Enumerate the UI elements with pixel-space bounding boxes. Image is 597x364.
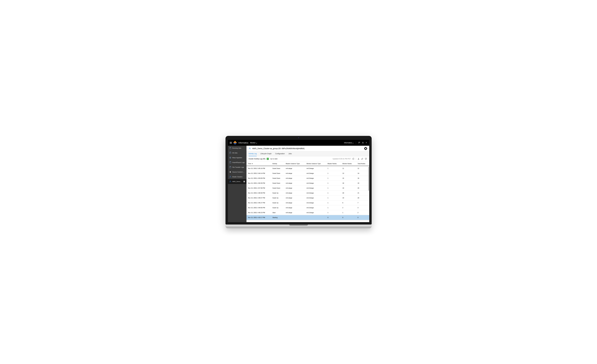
svg-rect-10 <box>230 167 231 168</box>
column-header-time[interactable]: Time <box>246 161 271 166</box>
flag-icon[interactable] <box>358 142 361 144</box>
table-cell: 0 <box>326 215 341 220</box>
sidebar-item-import-export-logs[interactable]: Import/Export Logs <box>228 160 246 165</box>
svg-point-26 <box>249 148 250 149</box>
column-header-worker-instance-type[interactable]: Worker Instance Type <box>305 161 326 166</box>
svg-line-28 <box>249 149 250 149</box>
scrollbar[interactable] <box>368 161 369 222</box>
refresh-icon[interactable] <box>352 158 354 160</box>
tab-jobs[interactable]: Jobs <box>289 152 292 156</box>
table-row[interactable]: Nov 10, 2020, 4:58:39 PMScale Downm4.xla… <box>246 181 369 186</box>
column-header-total-nodes[interactable]: Total Nodes <box>356 161 369 166</box>
sidebar-item-elastic-clusters[interactable]: Elastic Clusters <box>228 174 246 179</box>
sidebar-item-file-transfer-logs[interactable]: File Transfer Logs <box>228 165 246 170</box>
laptop-base <box>226 225 372 228</box>
sidebar-item-source-control-logs[interactable]: Source Control Logs <box>228 170 246 174</box>
table-cell: 20 <box>356 186 369 190</box>
table-cell: m4.xlarge <box>284 210 305 215</box>
table-cell: Nov 10, 2020, 4:57:08 PM <box>246 186 271 190</box>
check-icon: ✓ <box>267 158 269 160</box>
chevron-down-icon <box>353 142 353 144</box>
table-cell: Start <box>271 210 284 215</box>
table-row[interactable]: Nov 10, 2020, 4:46:58 PMScale Upm4.xlarg… <box>246 190 369 195</box>
table-row[interactable]: Nov 10, 2020, 5:04:14 PMScale Downm4.xla… <box>246 171 369 176</box>
help-icon[interactable]: ? <box>365 142 367 144</box>
table-cell: Starting <box>271 215 284 220</box>
column-header-master-nodes[interactable]: Master Nodes <box>326 161 341 166</box>
table-cell: m4.xlarge <box>284 205 305 210</box>
table-cell: 6 <box>341 200 356 205</box>
svg-point-14 <box>229 177 230 177</box>
table-cell: 20 <box>341 190 356 195</box>
user-icon[interactable] <box>362 142 364 144</box>
table-cell: m4.2xlarge <box>305 195 326 200</box>
informatica-logo-icon <box>233 141 237 144</box>
svg-line-29 <box>250 149 250 149</box>
app-switcher[interactable]: Monitor <box>250 142 257 144</box>
sidebar-item-all-jobs[interactable]: All Jobs <box>228 151 246 155</box>
sidebar-item-aws-demo-cluste-[interactable]: AWS_Demo_Cluste... <box>228 179 246 184</box>
table-row[interactable]: Nov 10, 2020, 4:45:27 PMScale Upm4.xlarg… <box>246 200 369 205</box>
table-row[interactable]: Nov 10, 2020, 5:05:16 PMScale Downm4.xla… <box>246 166 369 171</box>
sidebar-item-mass-ingestion[interactable]: Mass Ingestion <box>228 155 246 160</box>
tab-activity-log[interactable]: Activity Log <box>249 152 257 156</box>
table-cell: 1 <box>326 166 341 171</box>
close-tab-icon[interactable] <box>243 181 245 182</box>
tab-configuration[interactable]: Configuration <box>275 152 285 156</box>
table-cell: 11 <box>341 166 356 171</box>
topbar: Informatica Monitor Informatica ? <box>228 140 369 146</box>
hamburger-menu-icon[interactable] <box>230 142 232 144</box>
table-cell: m4.2xlarge <box>305 176 326 181</box>
svg-rect-6 <box>230 152 231 152</box>
app-screen: Informatica Monitor Informatica ? <box>228 140 369 222</box>
status-text: Up to date <box>270 158 277 160</box>
chevron-down-icon <box>256 142 257 144</box>
table-cell: m4.2xlarge <box>305 205 326 210</box>
table-cell: 18 <box>341 181 356 186</box>
table-cell: Scale Down <box>271 186 284 190</box>
table-cell: 20 <box>356 195 369 200</box>
content-area: AWS_Demo_Cluster-sa_group (ID: 69FuON469… <box>246 146 369 222</box>
table-cell: m4.xlarge <box>284 176 305 181</box>
table-cell: Nov 10, 2020, 5:04:14 PM <box>246 171 271 176</box>
column-header-activity[interactable]: Activity <box>271 161 284 166</box>
table-cell: 19 <box>341 195 356 200</box>
org-switcher[interactable]: Informatica <box>344 142 353 144</box>
filter-icon[interactable] <box>365 158 367 160</box>
table-cell: 7 <box>356 200 369 205</box>
toolbar-title: Cluster Activity Log (35) <box>249 158 266 160</box>
table-row[interactable]: Nov 10, 2020, 4:59:09 PMScale Downm4.xla… <box>246 176 369 181</box>
table-row[interactable]: Nov 10, 2020, 4:57:08 PMScale Downm4.xla… <box>246 186 369 190</box>
table-cell: Scale Up <box>271 190 284 195</box>
main-layout: Running JobsAll JobsMass IngestionImport… <box>228 146 369 222</box>
clipboard-icon <box>229 152 231 154</box>
table-cell: Nov 10, 2020, 4:44:56 PM <box>246 205 271 210</box>
download-icon[interactable] <box>357 158 360 160</box>
table-cell: 1 <box>326 195 341 200</box>
sort-icon[interactable] <box>361 158 363 160</box>
table-cell: m4.xlarge <box>284 171 305 176</box>
scrollbar-thumb[interactable] <box>368 167 369 191</box>
svg-point-24 <box>249 149 249 149</box>
stack-icon <box>229 157 231 159</box>
tab-lifecycle-graph[interactable]: Lifecycle Graph <box>260 152 271 156</box>
sidebar-item-running-jobs[interactable]: Running Jobs <box>228 146 246 151</box>
table-row[interactable]: Nov 10, 2020, 4:45:57 PMScale Upm4.xlarg… <box>246 195 369 200</box>
column-header-master-instance-type[interactable]: Master Instance Type <box>284 161 305 166</box>
table-cell: 1 <box>326 171 341 176</box>
table-cell: Scale Up <box>271 195 284 200</box>
close-button[interactable] <box>364 147 367 150</box>
table-cell: Nov 10, 2020, 4:59:09 PM <box>246 176 271 181</box>
table-cell: 19 <box>341 186 356 190</box>
table-cell: Scale Down <box>271 166 284 171</box>
table-cell: Scale Down <box>271 176 284 181</box>
cluster-icon <box>229 176 231 178</box>
table-cell: 1 <box>326 200 341 205</box>
table-cell: Nov 10, 2020, 4:40:23 PM <box>246 210 271 215</box>
table-row[interactable]: Nov 10, 2020, 4:40:23 PMStartm4.xlargem4… <box>246 210 369 215</box>
table-row[interactable]: Nov 10, 2020, 4:33:17 PMStarting000 <box>246 215 369 220</box>
svg-marker-12 <box>229 171 231 173</box>
table-cell: m4.xlarge <box>284 166 305 171</box>
column-header-worker-nodes[interactable]: Worker Nodes <box>341 161 356 166</box>
table-row[interactable]: Nov 10, 2020, 4:44:56 PMScale Upm4.xlarg… <box>246 205 369 210</box>
